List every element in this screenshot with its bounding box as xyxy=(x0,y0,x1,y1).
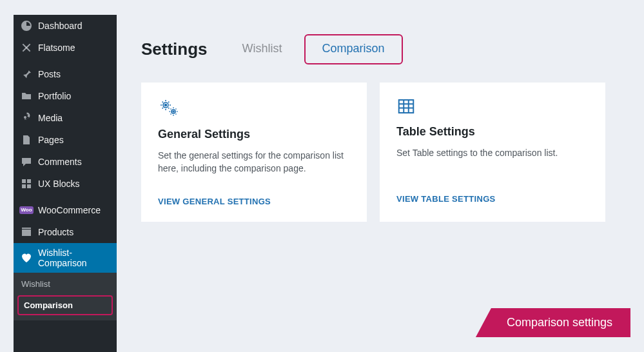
pin-icon xyxy=(20,68,33,81)
svg-rect-8 xyxy=(27,179,31,183)
admin-sidebar: Dashboard Flatsome Posts Portfolio Media… xyxy=(14,15,117,352)
submenu-item-wishlist[interactable]: Wishlist xyxy=(14,275,117,293)
dashboard-icon xyxy=(20,19,33,32)
tab-wishlist[interactable]: Wishlist xyxy=(240,35,285,63)
sidebar-item-pages[interactable]: Pages xyxy=(14,129,117,151)
sidebar-submenu: Wishlist Comparison xyxy=(14,273,117,320)
card-general-settings: General Settings Set the general setting… xyxy=(141,83,367,222)
sidebar-item-label: Media xyxy=(38,113,63,123)
sidebar-item-label: Portfolio xyxy=(38,91,71,101)
flatsome-icon xyxy=(20,41,33,54)
card-table-settings: Table Settings Set Table settings to the… xyxy=(380,83,605,222)
svg-point-4 xyxy=(24,116,26,119)
svg-point-14 xyxy=(165,104,167,106)
products-icon xyxy=(20,226,33,239)
woocommerce-icon: Woo xyxy=(20,204,33,217)
media-icon xyxy=(20,112,33,124)
svg-point-5 xyxy=(28,115,30,117)
svg-rect-3 xyxy=(26,47,30,52)
sidebar-item-ux-blocks[interactable]: UX Blocks xyxy=(14,173,117,195)
sidebar-item-wishlist-comparison[interactable]: Wishlist-Comparison xyxy=(14,243,117,273)
tab-comparison[interactable]: Comparison xyxy=(304,34,403,64)
svg-rect-12 xyxy=(22,228,31,229)
sidebar-item-flatsome[interactable]: Flatsome xyxy=(14,37,117,59)
sidebar-item-label: Pages xyxy=(38,135,64,145)
portfolio-icon xyxy=(20,90,33,103)
table-icon xyxy=(396,97,589,119)
sidebar-item-label: Comments xyxy=(38,157,82,167)
sidebar-item-products[interactable]: Products xyxy=(14,221,117,243)
card-title: General Settings xyxy=(158,128,350,141)
settings-tabs: Wishlist Comparison xyxy=(240,34,403,64)
sidebar-item-label: Products xyxy=(38,227,73,237)
svg-rect-2 xyxy=(23,44,27,48)
sidebar-item-label: Posts xyxy=(38,69,61,79)
sidebar-item-portfolio[interactable]: Portfolio xyxy=(14,85,117,107)
card-title: Table Settings xyxy=(396,125,589,139)
sidebar-item-label: Wishlist-Comparison xyxy=(38,248,110,268)
page-icon xyxy=(20,133,33,146)
blocks-icon xyxy=(20,177,33,190)
comment-icon xyxy=(20,155,33,168)
sidebar-item-dashboard[interactable]: Dashboard xyxy=(14,15,117,37)
main-content: Settings Wishlist Comparison General Set… xyxy=(117,15,630,352)
card-description: Set Table settings to the comparison lis… xyxy=(396,146,589,173)
sidebar-item-woocommerce[interactable]: Woo WooCommerce xyxy=(14,199,117,221)
sidebar-item-label: Flatsome xyxy=(38,43,75,53)
svg-rect-10 xyxy=(27,184,31,188)
svg-rect-11 xyxy=(22,230,31,236)
sidebar-item-label: UX Blocks xyxy=(38,179,80,189)
svg-rect-17 xyxy=(399,100,414,113)
card-description: Set the general settings for the compari… xyxy=(158,149,350,176)
sidebar-item-label: Dashboard xyxy=(38,21,83,31)
sidebar-item-label: WooCommerce xyxy=(38,205,101,215)
sidebar-item-media[interactable]: Media xyxy=(14,107,117,129)
heart-icon xyxy=(20,251,33,264)
gears-icon xyxy=(158,97,350,121)
settings-cards: General Settings Set the general setting… xyxy=(141,83,630,222)
svg-rect-9 xyxy=(22,184,26,188)
comparison-settings-banner: Comparison settings xyxy=(476,308,630,337)
page-title: Settings xyxy=(141,39,208,59)
sidebar-item-posts[interactable]: Posts xyxy=(14,63,117,85)
submenu-item-comparison[interactable]: Comparison xyxy=(17,295,113,315)
view-general-settings-link[interactable]: VIEW GENERAL SETTINGS xyxy=(158,197,350,206)
sidebar-item-comments[interactable]: Comments xyxy=(14,151,117,173)
view-table-settings-link[interactable]: VIEW TABLE SETTINGS xyxy=(396,194,589,204)
page-header: Settings Wishlist Comparison xyxy=(141,34,630,64)
svg-rect-7 xyxy=(22,179,26,183)
svg-point-16 xyxy=(173,111,174,112)
